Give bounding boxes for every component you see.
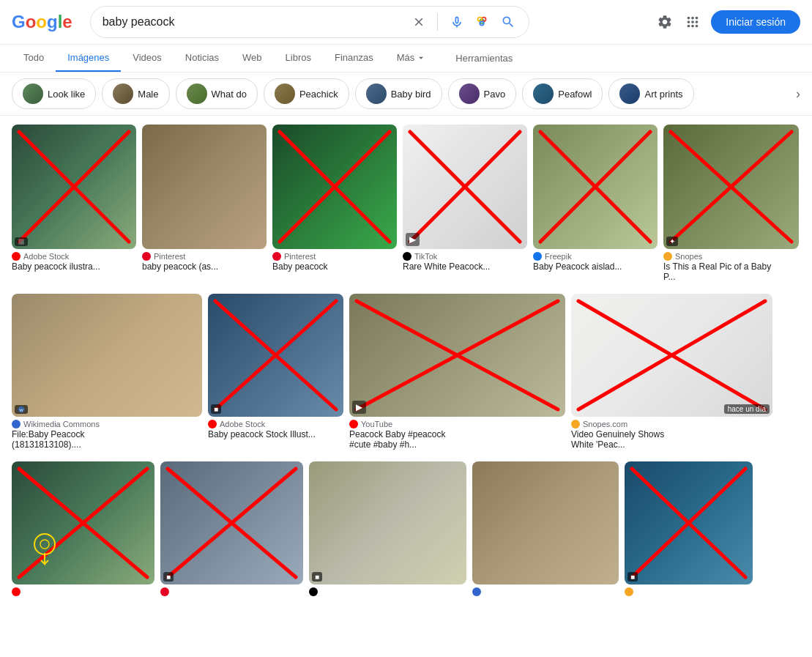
image-card-7[interactable]: W bbox=[12, 294, 202, 417]
image-card-2[interactable] bbox=[142, 125, 267, 249]
result-item-8[interactable]: ■ Adobe Stock Baby peacock Stock Illust.… bbox=[208, 294, 343, 439]
chip-look-like[interactable]: Look like bbox=[12, 78, 96, 109]
image-card-9[interactable]: ▶ bbox=[349, 294, 565, 417]
image-search-button[interactable] bbox=[473, 12, 492, 31]
voice-search-button[interactable] bbox=[448, 13, 466, 31]
google-search-button[interactable] bbox=[499, 13, 517, 31]
google-logo[interactable]: Google bbox=[12, 12, 72, 32]
results-row-3: ■ ■ bbox=[12, 461, 800, 596]
result-item-7[interactable]: W Wikimedia Commons File:Baby Peacock (1… bbox=[12, 294, 202, 450]
result-item-13[interactable]: ■ bbox=[309, 461, 466, 596]
nav-tabs: Todo Imágenes Videos Noticias Web Libros… bbox=[0, 45, 812, 73]
result-item-15[interactable]: ■ bbox=[625, 461, 753, 596]
item-title-10: Video Genuinely Shows White 'Peac... bbox=[571, 429, 688, 450]
image-card-10[interactable]: hace un día bbox=[571, 294, 772, 417]
item-meta-2: Pinterest baby peacock (as... bbox=[142, 249, 267, 272]
item-meta-4: TikTok Rare White Peacock... bbox=[403, 249, 527, 272]
chip-male[interactable]: Male bbox=[102, 78, 169, 109]
item-title-1: Baby peacock ilustra... bbox=[12, 261, 129, 272]
image-card-14[interactable] bbox=[472, 461, 619, 584]
item-meta-15 bbox=[625, 584, 753, 596]
clear-search-button[interactable] bbox=[411, 14, 427, 30]
item-meta-11 bbox=[12, 584, 154, 596]
source-dot-6 bbox=[663, 252, 672, 261]
item-title-8: Baby peacock Stock Illust... bbox=[208, 429, 325, 439]
item-title-4: Rare White Peacock... bbox=[403, 261, 520, 272]
source-dot-2 bbox=[142, 252, 151, 261]
source-dot-14 bbox=[472, 587, 481, 596]
item-source-9: YouTube bbox=[349, 420, 565, 428]
source-dot-13 bbox=[309, 587, 318, 596]
image-card-12[interactable]: ■ bbox=[160, 461, 303, 584]
item-title-2: baby peacock (as... bbox=[142, 261, 259, 272]
tab-libros[interactable]: Libros bbox=[274, 45, 323, 72]
item-source-5: Freepik bbox=[533, 252, 658, 261]
apps-button[interactable] bbox=[683, 12, 702, 31]
search-input[interactable]: baby peacock bbox=[103, 15, 405, 29]
result-item-6[interactable]: ✦ Snopes Is This a Real Pic of a Baby P.… bbox=[663, 125, 799, 282]
image-card-4[interactable]: ▶ bbox=[403, 125, 527, 249]
tab-videos[interactable]: Videos bbox=[121, 45, 174, 72]
item-meta-9: YouTube Peacock Baby #peacock #cute #bab… bbox=[349, 417, 565, 450]
chips-scroll-right[interactable]: › bbox=[796, 86, 800, 102]
item-meta-14 bbox=[472, 584, 619, 596]
item-meta-10: Snopes.com Video Genuinely Shows White '… bbox=[571, 417, 772, 450]
result-item-3[interactable]: Pinterest Baby peacock bbox=[272, 125, 397, 272]
item-source-15 bbox=[625, 587, 753, 596]
tab-finanzas[interactable]: Finanzas bbox=[323, 45, 385, 72]
image-card-6[interactable]: ✦ bbox=[663, 125, 799, 249]
item-meta-12 bbox=[160, 584, 303, 596]
result-item-11[interactable] bbox=[12, 461, 154, 596]
header: Google baby peacock Iniciar sesión bbox=[0, 0, 812, 45]
chip-art-prints[interactable]: Art prints bbox=[608, 78, 693, 109]
result-item-14[interactable] bbox=[472, 461, 619, 596]
item-meta-6: Snopes Is This a Real Pic of a Baby P... bbox=[663, 249, 799, 282]
result-item-12[interactable]: ■ bbox=[160, 461, 303, 596]
chip-peachick[interactable]: Peachick bbox=[264, 78, 349, 109]
tab-web[interactable]: Web bbox=[231, 45, 274, 72]
annotation-arrow-11 bbox=[40, 553, 50, 570]
image-card-8[interactable]: ■ bbox=[208, 294, 343, 417]
tab-noticias[interactable]: Noticias bbox=[174, 45, 231, 72]
tab-todo[interactable]: Todo bbox=[12, 45, 56, 72]
image-card-15[interactable]: ■ bbox=[625, 461, 753, 584]
item-title-9: Peacock Baby #peacock #cute #baby #h... bbox=[349, 429, 466, 450]
item-meta-5: Freepik Baby Peacock aislad... bbox=[533, 249, 658, 272]
image-source-badge-15: ■ bbox=[627, 572, 638, 582]
chip-peafowl[interactable]: Peafowl bbox=[522, 78, 603, 109]
image-source-badge-1 bbox=[15, 237, 28, 246]
result-item-9[interactable]: ▶ YouTube Peacock Baby #peacock #cute #b… bbox=[349, 294, 565, 450]
source-dot-5 bbox=[533, 252, 542, 261]
item-meta-8: Adobe Stock Baby peacock Stock Illust... bbox=[208, 417, 343, 439]
image-source-badge-8: ■ bbox=[211, 404, 221, 414]
settings-button[interactable] bbox=[655, 12, 674, 31]
chip-pavo[interactable]: Pavo bbox=[448, 78, 517, 109]
image-card-13[interactable]: ■ bbox=[309, 461, 466, 584]
result-item-4[interactable]: ▶ TikTok Rare White Peacock... bbox=[403, 125, 527, 272]
item-title-7: File:Baby Peacock (18131813108).... bbox=[12, 429, 129, 450]
result-item-5[interactable]: Freepik Baby Peacock aislad... bbox=[533, 125, 658, 272]
source-dot-7 bbox=[12, 420, 21, 428]
result-item-10[interactable]: hace un día Snopes.com Video Genuinely S… bbox=[571, 294, 772, 450]
image-card-5[interactable] bbox=[533, 125, 658, 249]
image-source-badge-7: W bbox=[15, 405, 28, 414]
item-source-3: Pinterest bbox=[272, 252, 397, 261]
chip-what-do[interactable]: What do bbox=[176, 78, 258, 109]
item-source-11 bbox=[12, 587, 154, 596]
result-item-2[interactable]: Pinterest baby peacock (as... bbox=[142, 125, 267, 272]
tab-mas[interactable]: Más bbox=[385, 45, 439, 72]
herramientas-button[interactable]: Herramientas bbox=[444, 45, 524, 71]
chip-baby-bird[interactable]: Baby bird bbox=[355, 78, 442, 109]
source-dot-1 bbox=[12, 252, 21, 261]
tab-imagenes[interactable]: Imágenes bbox=[56, 45, 121, 72]
item-source-10: Snopes.com bbox=[571, 420, 772, 428]
image-source-badge-6: ✦ bbox=[666, 237, 678, 246]
image-card-3[interactable] bbox=[272, 125, 397, 249]
annotation-circle-11 bbox=[34, 533, 56, 555]
result-item-1[interactable]: Adobe Stock Baby peacock ilustra... bbox=[12, 125, 136, 272]
iniciar-sesion-button[interactable]: Iniciar sesión bbox=[711, 10, 800, 34]
item-source-7: Wikimedia Commons bbox=[12, 420, 202, 428]
item-title-5: Baby Peacock aislad... bbox=[533, 261, 650, 272]
image-card-11[interactable] bbox=[12, 461, 154, 584]
image-card-1[interactable] bbox=[12, 125, 136, 249]
